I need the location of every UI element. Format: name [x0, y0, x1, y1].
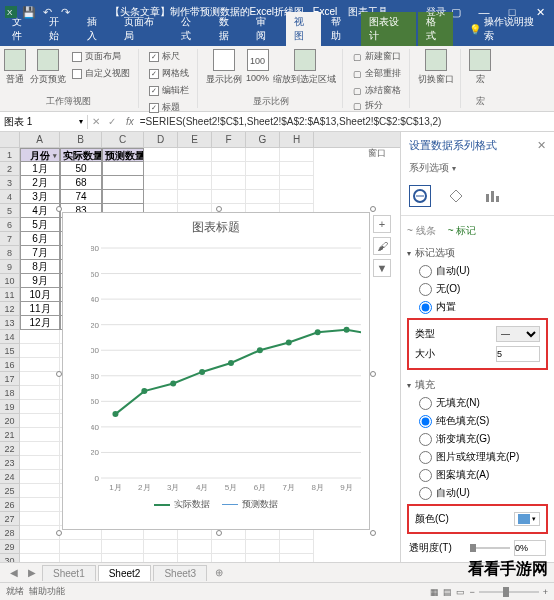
row-header[interactable]: 15: [0, 344, 20, 358]
cell[interactable]: 实际数量: [60, 148, 102, 162]
row-header[interactable]: 6: [0, 218, 20, 232]
row-header[interactable]: 12: [0, 302, 20, 316]
zoom-selection-button[interactable]: 缩放到选定区域: [273, 49, 336, 86]
cell[interactable]: 12月: [20, 316, 60, 330]
row-header[interactable]: 10: [0, 274, 20, 288]
sheet-tab-3[interactable]: Sheet3: [153, 565, 207, 581]
headings-checkbox[interactable]: ✓标题: [147, 100, 182, 115]
fill-line-tab[interactable]: [409, 185, 431, 207]
row-header[interactable]: 24: [0, 470, 20, 484]
cell[interactable]: [280, 554, 314, 562]
column-header[interactable]: A: [20, 132, 60, 147]
cell[interactable]: 74: [60, 190, 102, 204]
enter-formula-icon[interactable]: ✓: [104, 116, 120, 127]
marker-size-input[interactable]: [496, 346, 540, 362]
login-button[interactable]: 登录: [426, 5, 446, 19]
cell[interactable]: [102, 190, 144, 204]
cell[interactable]: 9月: [20, 274, 60, 288]
cell[interactable]: [144, 190, 178, 204]
tab-help[interactable]: 帮助: [323, 12, 358, 46]
row-header[interactable]: 23: [0, 456, 20, 470]
cell[interactable]: 月份: [20, 148, 60, 162]
row-header[interactable]: 7: [0, 232, 20, 246]
arrange-all-button[interactable]: ▢ 全部重排: [351, 66, 403, 81]
row-header[interactable]: 4: [0, 190, 20, 204]
cell[interactable]: [20, 400, 60, 414]
effects-tab[interactable]: [445, 185, 467, 207]
sheet-nav-prev[interactable]: ◀: [6, 567, 22, 578]
cell[interactable]: [246, 162, 280, 176]
chart-plot-area[interactable]: 180160140120100806040200 1月2月3月4月5月6月7月8…: [91, 242, 361, 494]
save-icon[interactable]: 💾: [22, 5, 36, 19]
cell[interactable]: [20, 554, 60, 562]
cancel-formula-icon[interactable]: ✕: [88, 116, 104, 127]
row-header[interactable]: 14: [0, 330, 20, 344]
cell[interactable]: 预测数量: [102, 148, 144, 162]
cell[interactable]: [60, 554, 102, 562]
tab-view[interactable]: 视图: [286, 12, 321, 46]
chart-filters-button[interactable]: ▼: [373, 259, 391, 277]
add-sheet-button[interactable]: ⊕: [209, 567, 229, 578]
cell[interactable]: [178, 162, 212, 176]
tab-formulas[interactable]: 公式: [173, 12, 208, 46]
cell[interactable]: [20, 470, 60, 484]
transparency-slider[interactable]: [470, 547, 510, 549]
row-header[interactable]: 20: [0, 414, 20, 428]
tab-review[interactable]: 审阅: [248, 12, 283, 46]
cell[interactable]: 1月: [20, 162, 60, 176]
zoom-out-button[interactable]: −: [469, 587, 474, 597]
cell[interactable]: 8月: [20, 260, 60, 274]
view-pagebreak-icon[interactable]: ▭: [456, 587, 465, 597]
cell[interactable]: [212, 554, 246, 562]
cell[interactable]: 50: [60, 162, 102, 176]
row-header[interactable]: 22: [0, 442, 20, 456]
column-header[interactable]: F: [212, 132, 246, 147]
row-header[interactable]: 17: [0, 372, 20, 386]
no-fill-radio[interactable]: 无填充(N): [407, 394, 548, 412]
column-header[interactable]: D: [144, 132, 178, 147]
embedded-chart[interactable]: + 🖌 ▼ 图表标题 180160140120100806040200: [62, 212, 370, 530]
cell[interactable]: [20, 526, 60, 540]
cell[interactable]: [102, 554, 144, 562]
tell-me-search[interactable]: 💡操作说明搜索: [461, 12, 550, 46]
cell[interactable]: [20, 386, 60, 400]
macros-button[interactable]: 宏: [469, 49, 491, 86]
line-subtab[interactable]: ~ 线条: [407, 224, 436, 238]
zoom-slider[interactable]: [479, 591, 539, 593]
gridlines-checkbox[interactable]: ✓网格线: [147, 66, 191, 81]
cell[interactable]: [246, 148, 280, 162]
row-header[interactable]: 30: [0, 554, 20, 562]
split-button[interactable]: ▢ 拆分: [351, 98, 385, 113]
formula-bar-checkbox[interactable]: ✓编辑栏: [147, 83, 191, 98]
tab-insert[interactable]: 插入: [79, 12, 114, 46]
cell[interactable]: [102, 540, 144, 554]
undo-icon[interactable]: ↶: [40, 5, 54, 19]
cell[interactable]: [246, 190, 280, 204]
picture-fill-radio[interactable]: 图片或纹理填充(P): [407, 448, 548, 466]
column-header[interactable]: C: [102, 132, 144, 147]
chart-elements-button[interactable]: +: [373, 215, 391, 233]
cell[interactable]: [102, 176, 144, 190]
cell[interactable]: 3月: [20, 190, 60, 204]
cell[interactable]: [20, 358, 60, 372]
column-header[interactable]: G: [246, 132, 280, 147]
solid-fill-radio[interactable]: 纯色填充(S): [407, 412, 548, 430]
cell[interactable]: [178, 148, 212, 162]
cell[interactable]: [280, 176, 314, 190]
cell[interactable]: [178, 554, 212, 562]
custom-views-button[interactable]: 自定义视图: [70, 66, 132, 81]
column-header[interactable]: B: [60, 132, 102, 147]
cell[interactable]: [212, 148, 246, 162]
fill-color-button[interactable]: ▾: [514, 512, 540, 526]
marker-type-select[interactable]: —: [496, 326, 540, 342]
tab-pagelayout[interactable]: 页面布局: [116, 12, 171, 46]
cell[interactable]: [144, 540, 178, 554]
chart-styles-button[interactable]: 🖌: [373, 237, 391, 255]
freeze-button[interactable]: ▢ 冻结窗格: [351, 83, 403, 98]
row-header[interactable]: 1: [0, 148, 20, 162]
tab-data[interactable]: 数据: [211, 12, 246, 46]
row-header[interactable]: 2: [0, 162, 20, 176]
cell[interactable]: [144, 162, 178, 176]
zoom-in-button[interactable]: +: [543, 587, 548, 597]
row-header[interactable]: 13: [0, 316, 20, 330]
